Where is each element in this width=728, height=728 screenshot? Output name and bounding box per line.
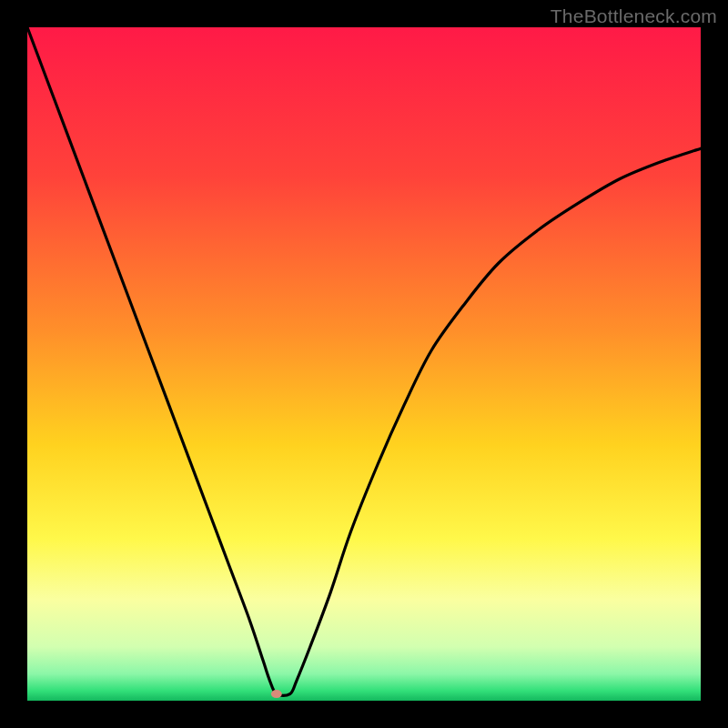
chart-frame: TheBottleneck.com <box>0 0 728 728</box>
minimum-marker <box>271 690 282 698</box>
chart-svg <box>27 27 701 701</box>
plot-area <box>27 27 701 701</box>
gradient-background <box>27 27 701 701</box>
watermark-text: TheBottleneck.com <box>551 5 717 27</box>
